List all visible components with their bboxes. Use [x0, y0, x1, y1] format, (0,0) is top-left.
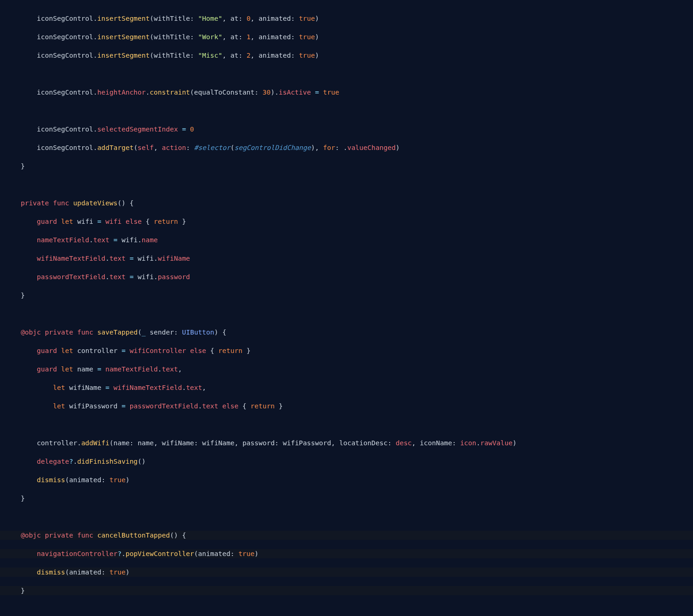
code-line: [0, 180, 693, 189]
code-line: [0, 512, 693, 521]
code-line-highlighted: dismiss(animated: true): [0, 568, 693, 577]
code-line: }: [0, 494, 693, 503]
code-line: delegate?.didFinishSaving(): [0, 457, 693, 466]
code-line: let wifiPassword = passwordTextField.tex…: [0, 401, 693, 411]
code-line: controller.addWifi(name: name, wifiName:…: [0, 438, 693, 448]
code-editor[interactable]: iconSegControl.insertSegment(withTitle: …: [0, 0, 693, 616]
code-line: let wifiName = wifiNameTextField.text,: [0, 383, 693, 392]
code-line: [0, 420, 693, 429]
code-line: dismiss(animated: true): [0, 475, 693, 484]
code-line: [0, 604, 693, 614]
code-line: wifiNameTextField.text = wifi.wifiName: [0, 254, 693, 263]
code-line: [0, 309, 693, 318]
code-line: }: [0, 161, 693, 171]
code-line: [0, 106, 693, 115]
code-line: iconSegControl.insertSegment(withTitle: …: [0, 51, 693, 60]
code-line: iconSegControl.insertSegment(withTitle: …: [0, 32, 693, 42]
code-line: [0, 69, 693, 78]
code-line: iconSegControl.addTarget(self, action: #…: [0, 143, 693, 152]
code-line: nameTextField.text = wifi.name: [0, 235, 693, 245]
code-line: iconSegControl.heightAnchor.constraint(e…: [0, 88, 693, 97]
code-line: }: [0, 291, 693, 300]
code-line: iconSegControl.insertSegment(withTitle: …: [0, 14, 693, 23]
code-line: guard let controller = wifiController el…: [0, 346, 693, 355]
code-line-highlighted: @objc private func cancelButtonTapped() …: [0, 531, 693, 540]
code-line: passwordTextField.text = wifi.password: [0, 272, 693, 281]
code-line-highlighted: navigationController?.popViewController(…: [0, 549, 693, 558]
code-line: @objc private func saveTapped(_ sender: …: [0, 328, 693, 337]
code-line: guard let name = nameTextField.text,: [0, 365, 693, 374]
code-line: private func updateViews() {: [0, 198, 693, 208]
code-line: iconSegControl.selectedSegmentIndex = 0: [0, 125, 693, 134]
code-line-highlighted: }: [0, 586, 693, 595]
code-line: guard let wifi = wifi else { return }: [0, 217, 693, 226]
